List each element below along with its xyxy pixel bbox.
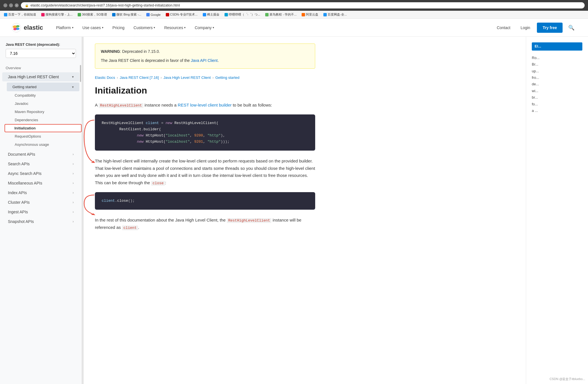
warning-box: WARNING: Deprecated in 7.15.0. The Java …: [95, 44, 315, 69]
address-bar[interactable]: 🔒 elastic.co/guide/en/elasticsearch/clie…: [21, 2, 585, 8]
sidebar-getting-started-header[interactable]: Getting started ▾: [7, 83, 79, 91]
sidebar-group-title: Java High Level REST Client: [8, 75, 59, 79]
warning-line1: WARNING: Deprecated in 7.15.0.: [101, 48, 309, 55]
sidebar-scrollbar[interactable]: [80, 65, 81, 82]
sidebar-compatibility[interactable]: Compatibility: [5, 91, 82, 99]
code-block-1-container: RestHighLevelClient client = new RestHig…: [95, 114, 315, 151]
bookmark-bing[interactable]: 微软 Bing 搜索 -...: [110, 12, 143, 17]
close-code: close: [151, 181, 165, 186]
code-block-1: RestHighLevelClient client = new RestHig…: [95, 114, 315, 151]
sidebar-getting-started-label: Getting started: [12, 85, 36, 89]
warning-text: : Deprecated in 7.15.0.: [120, 49, 160, 54]
code-block-2-container: client.close();: [95, 192, 315, 210]
sidebar-cluster-apis[interactable]: Cluster APIs ›: [2, 198, 79, 207]
sidebar-maven[interactable]: Maven Repository: [5, 108, 82, 116]
page-title: Initialization: [95, 85, 315, 96]
client-code: client: [122, 225, 138, 230]
sidebar-group-header[interactable]: Java High Level REST Client ▾: [2, 72, 79, 81]
warning-body: The Java REST Client is deprecated in fa…: [101, 57, 309, 64]
prose-paragraph-2: In the rest of this documentation about …: [95, 216, 315, 231]
arrow-right-icon: ›: [73, 181, 74, 185]
breadcrumb-sep-3: ›: [212, 75, 214, 80]
breadcrumb: Elastic Docs › Java REST Client [7.16] ›…: [95, 75, 315, 80]
login-link[interactable]: Login: [517, 23, 533, 32]
breadcrumb-java-rest-client[interactable]: Java REST Client [7.16]: [120, 75, 159, 80]
navbar-logo[interactable]: elastic: [11, 23, 43, 33]
bookmark-sougou[interactable]: 搜狗搜索引擎 - 上...: [40, 12, 74, 17]
nav-customers[interactable]: Customers ▾: [130, 23, 159, 32]
lock-icon: 🔒: [25, 4, 29, 7]
sidebar: Java REST Client (deprecated): 7.16 7.15…: [0, 37, 82, 384]
arrow-right-icon: ›: [73, 162, 74, 166]
sidebar-dependencies[interactable]: Dependencies: [5, 116, 82, 124]
sidebar-version-select[interactable]: 7.16 7.15 7.14: [6, 49, 76, 58]
bookmark-aliyun[interactable]: 阿里云盘: [300, 12, 320, 17]
sidebar-javadoc[interactable]: Javadoc: [5, 99, 82, 108]
bookmark-google[interactable]: Google: [145, 12, 162, 17]
bookmark-bilibili[interactable]: 哔哩哔哩（゜-゜）つ...: [223, 12, 262, 17]
sidebar-ingest-apis[interactable]: Ingest APIs ›: [2, 207, 79, 216]
rest-high-level-client-code-2: RestHighLevelClient: [227, 218, 271, 223]
navbar-brand-text: elastic: [24, 24, 43, 31]
bookmark-baidu[interactable]: 百度一下，你就知道: [2, 12, 38, 17]
sidebar-misc-apis[interactable]: Miscellaneous APIs ›: [2, 179, 79, 188]
bookmark-runoob[interactable]: 菜鸟教程 - 学的不...: [263, 12, 298, 17]
nav-company[interactable]: Company ▾: [191, 23, 218, 32]
sidebar-index-apis[interactable]: Index APIs ›: [2, 188, 79, 197]
refresh-button[interactable]: ✕: [15, 3, 19, 7]
search-button[interactable]: 🔍: [566, 22, 577, 33]
forward-button[interactable]: →: [9, 3, 13, 7]
sidebar-document-apis[interactable]: Document APIs ›: [2, 150, 79, 159]
csdn-watermark: CSDN @蓝盒子itbluebo...: [550, 377, 585, 381]
rest-high-level-client-code: RestHighLevelClient: [99, 103, 143, 108]
page-layout: Java REST Client (deprecated): 7.16 7.15…: [0, 37, 588, 384]
chevron-down-icon: ▾: [72, 85, 74, 89]
right-panel: El... Ro...Br...up...fro...de...wi...br.…: [526, 37, 588, 384]
nav-resources[interactable]: Resources ▾: [160, 23, 190, 32]
sidebar-async-search-apis[interactable]: Async Search APIs ›: [2, 169, 79, 178]
chevron-down-icon: ▾: [72, 75, 74, 79]
url-text: elastic.co/guide/en/elasticsearch/client…: [31, 3, 180, 7]
right-panel-text: Ro...Br...up...fro...de...wi...br...fo..…: [532, 55, 582, 114]
content-inner: WARNING: Deprecated in 7.15.0. The Java …: [84, 37, 326, 244]
contact-link[interactable]: Contact: [493, 23, 514, 32]
bookmark-360[interactable]: 360搜索，SO靠谱: [76, 12, 109, 17]
breadcrumb-elastic-docs[interactable]: Elastic Docs: [95, 75, 115, 80]
arrow-right-icon: ›: [73, 191, 74, 195]
sidebar-overview-label: Overview: [0, 64, 82, 72]
chevron-down-icon: ▾: [102, 26, 103, 29]
bookmarks-bar: 百度一下，你就知道 搜狗搜索引擎 - 上... 360搜索，SO靠谱 微软 Bi…: [0, 11, 588, 19]
bookmark-juejin[interactable]: 稀土掘金: [201, 12, 221, 17]
browser-controls: ← → ✕: [3, 3, 19, 7]
sidebar-initialization[interactable]: Initialization: [5, 124, 82, 132]
breadcrumb-java-highlevel[interactable]: Java High Level REST Client: [164, 75, 211, 80]
navbar-nav: Platform ▾ Use cases ▾ Pricing Customers…: [52, 23, 493, 32]
warning-bold: WARNING: [101, 49, 120, 54]
elastic-logo-icon: [11, 23, 21, 33]
bookmark-baidupan[interactable]: 百度网盘-全...: [322, 12, 349, 17]
sidebar-search-apis[interactable]: Search APIs ›: [2, 159, 79, 168]
nav-pricing[interactable]: Pricing: [108, 23, 129, 32]
nav-use-cases[interactable]: Use cases ▾: [79, 23, 107, 32]
chevron-down-icon: ▾: [213, 26, 214, 29]
chevron-down-icon: ▾: [184, 26, 186, 29]
sidebar-snapshot-apis[interactable]: Snapshot APIs ›: [2, 217, 79, 226]
bookmark-csdn[interactable]: CSDN-专业IT技术...: [164, 12, 199, 17]
java-api-client-link[interactable]: Java API Client: [191, 58, 218, 63]
arrow-right-icon: ›: [73, 200, 74, 204]
back-button[interactable]: ←: [3, 3, 7, 7]
sidebar-sub-items: Getting started ▾ Compatibility Javadoc …: [0, 83, 82, 149]
nav-platform[interactable]: Platform ▾: [52, 23, 77, 32]
sidebar-request-options[interactable]: RequestOptions: [5, 132, 82, 140]
rest-low-level-link[interactable]: REST low-level client builder: [178, 103, 232, 107]
svg-point-4: [13, 28, 17, 30]
arrow-right-icon: ›: [73, 210, 74, 214]
try-free-button[interactable]: Try free: [537, 23, 563, 33]
sidebar-group-highlevel: Java High Level REST Client ▾ Getting st…: [0, 72, 82, 149]
breadcrumb-getting-started[interactable]: Getting started: [215, 75, 239, 80]
code-block-2: client.close();: [95, 192, 315, 210]
sidebar-async[interactable]: Asynchronous usage: [5, 140, 82, 149]
right-panel-highlight: El...: [532, 42, 582, 51]
svg-point-2: [16, 25, 19, 27]
arrow-right-icon: ›: [73, 172, 74, 175]
